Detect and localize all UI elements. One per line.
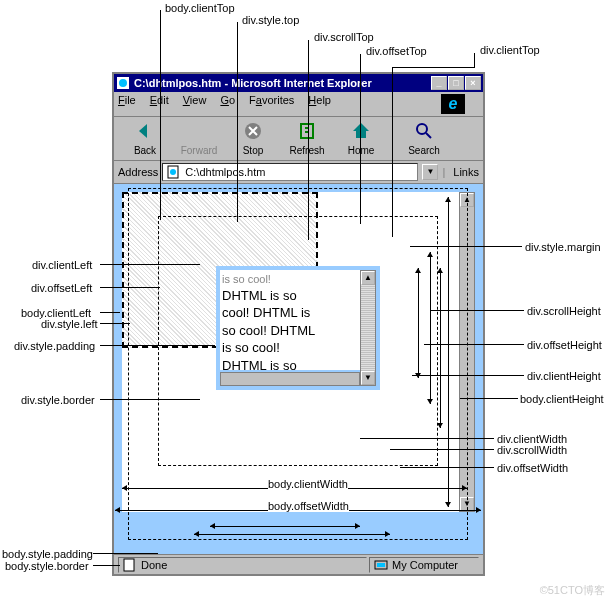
svg-rect-9 [377, 563, 385, 567]
guide [390, 449, 494, 450]
guide [412, 375, 524, 376]
label-body-clientwidth: body.clientWidth [268, 478, 348, 490]
guide [100, 399, 200, 400]
label-div-style-border: div.style.border [21, 394, 95, 406]
guide [93, 565, 120, 566]
svg-point-4 [417, 124, 427, 134]
guide [430, 310, 524, 311]
guide [160, 10, 161, 220]
titlebar: C:\dhtmlpos.htm - Microsoft Internet Exp… [114, 74, 483, 92]
guide [100, 323, 130, 324]
label-div-scrollwidth: div.scrollWidth [497, 444, 567, 456]
menu-help[interactable]: Help [308, 94, 331, 114]
done-icon [123, 558, 137, 572]
label-div-style-padding: div.style.padding [14, 340, 95, 352]
watermark: ©51CTO博客 [540, 583, 605, 598]
label-body-clienttop: body.clientTop [165, 2, 235, 14]
guide [392, 67, 393, 237]
minimize-button[interactable]: _ [431, 76, 447, 90]
guide [410, 246, 522, 247]
links-label[interactable]: Links [453, 166, 479, 178]
guide [100, 345, 215, 346]
guide [460, 398, 518, 399]
arrow-body-clientheight [448, 197, 449, 507]
menu-file[interactable]: File [118, 94, 136, 114]
toolbar: Back Forward Stop Refresh Home Search [114, 117, 483, 161]
menu-view[interactable]: View [183, 94, 207, 114]
label-div-style-left: div.style.left [41, 318, 98, 330]
refresh-icon [297, 121, 317, 141]
arrow-div-offsetwidth [194, 534, 390, 535]
menubar: File Edit View Go Favorites Help e [114, 92, 483, 117]
guide [474, 53, 475, 68]
refresh-button[interactable]: Refresh [280, 121, 334, 156]
back-button[interactable]: Back [118, 121, 172, 156]
guide [237, 22, 238, 222]
guide [360, 438, 494, 439]
guide [100, 264, 200, 265]
maximize-button[interactable]: □ [448, 76, 464, 90]
forward-icon [189, 121, 209, 141]
ie-logo: e [441, 94, 465, 114]
address-label: Address [118, 166, 158, 178]
guide [400, 467, 494, 468]
svg-point-6 [170, 169, 176, 175]
search-button[interactable]: Search [397, 121, 451, 156]
ie-doc-icon [116, 76, 130, 90]
label-div-scrollheight: div.scrollHeight [527, 305, 601, 317]
guide [308, 40, 309, 240]
arrow-div-scrollheight [440, 268, 441, 428]
label-div-style-margin: div.style.margin [525, 241, 601, 253]
label-body-offsetwidth: body.offsetWidth [268, 500, 349, 512]
status-done: Done [141, 559, 167, 571]
window-title: C:\dhtmlpos.htm - Microsoft Internet Exp… [134, 77, 430, 89]
addressbar: Address C:\dhtmlpos.htm ▼ | Links [114, 161, 483, 184]
arrow-div-clientheight [418, 268, 419, 378]
label-div-scrolltop: div.scrollTop [314, 31, 374, 43]
address-value: C:\dhtmlpos.htm [185, 166, 265, 178]
back-icon [135, 121, 155, 141]
label-div-clientleft: div.clientLeft [32, 259, 92, 271]
home-icon [351, 121, 371, 141]
label-div-offsetwidth: div.offsetWidth [497, 462, 568, 474]
menu-favorites[interactable]: Favorites [249, 94, 294, 114]
guide [93, 553, 158, 554]
label-div-offsetheight: div.offsetHeight [527, 339, 602, 351]
forward-button[interactable]: Forward [172, 121, 226, 156]
guide [424, 344, 524, 345]
stop-button[interactable]: Stop [226, 121, 280, 156]
arrow-div-clientwidth [210, 526, 360, 527]
statusbar: Done My Computer [114, 554, 483, 574]
address-dropdown[interactable]: ▼ [422, 164, 438, 180]
label-div-clientheight: div.clientHeight [527, 370, 601, 382]
guide [392, 67, 474, 68]
address-input[interactable]: C:\dhtmlpos.htm [162, 163, 418, 181]
menu-go[interactable]: Go [220, 94, 235, 114]
label-div-clienttop: div.clientTop [480, 44, 540, 56]
svg-rect-7 [124, 559, 134, 571]
search-icon [414, 121, 434, 141]
guide [360, 54, 361, 224]
label-body-clientheight: body.clientHeight [520, 393, 604, 405]
guide [100, 287, 160, 288]
stop-icon [243, 121, 263, 141]
label-body-style-border: body.style.border [5, 560, 89, 572]
label-div-style-top: div.style.top [242, 14, 299, 26]
separator: | [442, 166, 445, 178]
label-body-style-padding: body.style.padding [2, 548, 93, 560]
home-button[interactable]: Home [334, 121, 388, 156]
ie-doc-icon [167, 165, 181, 179]
close-button[interactable]: × [465, 76, 481, 90]
guide [100, 312, 120, 313]
label-div-offsetleft: div.offsetLeft [31, 282, 92, 294]
computer-icon [374, 558, 388, 572]
status-zone: My Computer [392, 559, 458, 571]
svg-point-1 [119, 79, 127, 87]
label-div-offsettop: div.offsetTop [366, 45, 427, 57]
arrow-div-offsetheight [430, 252, 431, 404]
